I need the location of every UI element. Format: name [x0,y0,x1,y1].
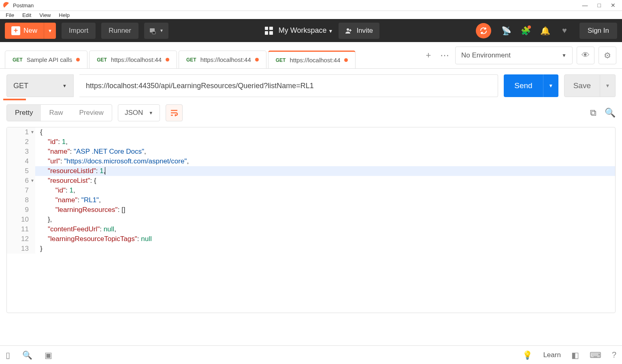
heart-icon[interactable]: ♥ [560,26,569,35]
environment-selector[interactable]: No Environment ▼ [455,47,573,64]
fold-icon[interactable]: ▼ [30,176,34,186]
bulb-icon[interactable]: 💡 [522,350,533,360]
tab-label: https://localhost:44 [111,56,162,63]
request-tab[interactable]: GEThttps://localhost:44 [179,51,266,68]
workspace-grid-icon [265,27,273,35]
code-line: 7 "id": 1, [7,186,615,195]
bell-icon[interactable]: 🔔 [541,26,550,35]
dirty-indicator-icon [255,58,259,61]
send-button[interactable]: Send [504,74,543,97]
env-preview-button[interactable]: 👁 [577,47,594,64]
dirty-indicator-icon [76,58,80,61]
window-title: Postman [13,2,34,8]
tab-method: GET [186,57,196,63]
url-input[interactable]: https://localhost:44350/api/LearningReso… [79,74,498,97]
tab-method: GET [97,57,107,63]
new-dropdown-button[interactable]: ▼ [44,23,56,39]
menu-view[interactable]: View [36,11,54,19]
response-body[interactable]: 1▼{2 "id": 1,3 "name": "ASP .NET Core Do… [6,127,616,313]
code-line: 8 "name": "RL1", [7,195,615,205]
postman-logo-icon [3,2,10,8]
new-button[interactable]: + New [5,23,44,39]
code-line: 4 "url": "https://docs.microsoft.com/asp… [7,157,615,166]
code-line: 9 "learningResources": [] [7,205,615,215]
keyboard-icon[interactable]: ⌨ [590,350,601,360]
code-line: 5 "resourceListId": 1, [7,166,615,176]
search-response-icon[interactable]: 🔍 [605,108,616,118]
tab-method: GET [13,57,23,63]
tab-method: GET [276,57,286,63]
learn-link[interactable]: Learn [543,351,560,359]
menu-help[interactable]: Help [55,11,73,19]
code-line: 1▼{ [7,127,615,137]
new-button-label: New [23,27,37,35]
window-minimize-icon[interactable]: — [582,2,588,8]
status-bar: ▯ 🔍 ▣ 💡 Learn ◧ ⌨ ? [0,345,622,364]
view-pretty[interactable]: Pretty [7,105,41,121]
code-line: 13} [7,244,615,254]
svg-rect-1 [152,32,156,34]
capture-icon [149,27,157,35]
tab-label: Sample API calls [27,56,72,63]
menu-bar: File Edit View Help [0,11,622,19]
menu-edit[interactable]: Edit [19,11,34,19]
find-icon[interactable]: 🔍 [22,350,32,360]
satellite-icon[interactable]: 📡 [502,26,511,35]
code-line: 12 "learningResourceTopicTags": null [7,234,615,244]
http-method-selector[interactable]: GET ▼ [6,74,74,97]
code-line: 3 "name": "ASP .NET Core Docs", [7,147,615,157]
send-dropdown-button[interactable]: ▼ [543,74,558,97]
tab-overflow-button[interactable]: ⋯ [437,42,453,68]
code-line: 6▼ "resourceList": { [7,176,615,186]
runner-button[interactable]: Runner [101,23,138,39]
view-preview[interactable]: Preview [71,105,111,121]
view-raw[interactable]: Raw [41,105,71,121]
signin-button[interactable]: Sign In [579,23,617,39]
menu-file[interactable]: File [2,11,17,19]
invite-button[interactable]: Invite [339,23,379,39]
code-line: 10 }, [7,215,615,224]
tab-row: GETSample API callsGEThttps://localhost:… [0,42,622,69]
window-maximize-icon[interactable]: □ [598,2,601,8]
save-dropdown-button[interactable]: ▼ [600,74,616,97]
fold-icon[interactable]: ▼ [30,127,34,137]
workspace-selector[interactable]: My Workspace▼ [279,26,333,35]
env-settings-button[interactable]: ⚙ [599,47,616,64]
request-tab[interactable]: GETSample API calls [5,51,87,68]
tab-label: https://localhost:44 [290,57,340,63]
copy-icon[interactable]: ⧉ [590,108,596,118]
request-row: GET ▼ https://localhost:44350/api/Learni… [0,69,622,99]
chevron-down-icon: ▼ [149,110,153,115]
capture-button[interactable]: ▼ [144,23,168,39]
code-line: 2 "id": 1, [7,137,615,147]
main-toolbar: + New ▼ Import Runner ▼ My Workspace▼ In… [0,19,622,42]
two-pane-icon[interactable]: ◧ [571,350,579,360]
sync-button[interactable] [476,23,491,38]
plus-icon: + [11,26,20,35]
sidebar-toggle-icon[interactable]: ▯ [6,350,10,360]
code-line: 11 "contentFeedUrl": null, [7,224,615,234]
console-icon[interactable]: ▣ [45,350,52,360]
sync-icon [479,27,488,35]
invite-icon [345,27,352,34]
new-tab-button[interactable]: + [420,42,437,68]
wrap-lines-button[interactable] [166,104,183,121]
plugin-icon[interactable]: 🧩 [521,26,530,35]
wrap-icon [170,108,179,117]
format-selector[interactable]: JSON ▼ [118,104,160,121]
dirty-indicator-icon [166,58,169,61]
save-button[interactable]: Save [564,74,600,97]
tab-label: https://localhost:44 [200,56,251,63]
response-toolbar: Pretty Raw Preview JSON ▼ ⧉ 🔍 [0,100,622,125]
window-titlebar: Postman — □ ✕ [0,0,622,11]
window-close-icon[interactable]: ✕ [611,2,616,8]
svg-point-2 [347,28,349,31]
request-tab[interactable]: GEThttps://localhost:44 [89,51,177,68]
dirty-indicator-icon [344,58,348,62]
request-tab[interactable]: GEThttps://localhost:44 [268,51,356,68]
import-button[interactable]: Import [62,23,96,39]
help-icon[interactable]: ? [612,350,616,360]
chevron-down-icon: ▼ [62,83,67,88]
chevron-down-icon: ▼ [562,53,567,58]
